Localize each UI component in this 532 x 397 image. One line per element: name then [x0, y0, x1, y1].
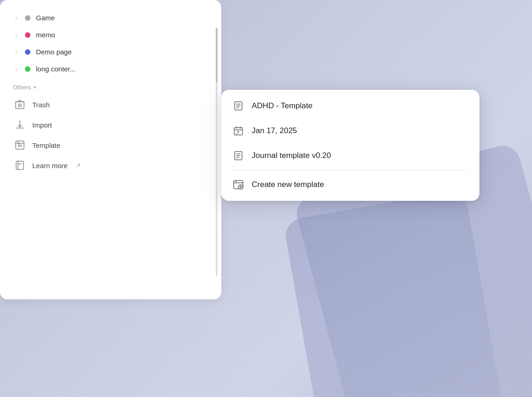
chevron-icon: › — [13, 66, 19, 72]
create-template-label: Create new template — [252, 180, 324, 189]
sidebar-item-label-long: long conter... — [36, 65, 76, 73]
section-others-label: Others — [13, 84, 31, 91]
chevron-icon: › — [13, 15, 19, 21]
external-link-icon: ↗ — [76, 162, 81, 169]
dot-game — [25, 15, 30, 21]
document-icon-2 — [232, 150, 244, 162]
sidebar-item-game[interactable]: › Game — [0, 9, 221, 26]
popup-item-create[interactable]: Create new template — [221, 172, 479, 197]
sidebar-item-learn-more[interactable]: Learn more ↗ — [0, 155, 221, 175]
sidebar-item-label-game: Game — [36, 14, 55, 22]
calendar-icon — [232, 125, 244, 137]
template-icon — [15, 140, 25, 150]
dot-demo — [25, 49, 30, 55]
sidebar: › Game › memo › Demo page › long conter.… — [0, 0, 221, 299]
dot-long — [25, 66, 30, 72]
sidebar-item-label-memo: memo — [36, 31, 55, 39]
sidebar-item-trash[interactable]: Trash — [0, 94, 221, 115]
popup-item-adhd[interactable]: ADHD - Template — [221, 93, 479, 118]
popup-item-date[interactable]: Jan 17, 2025 — [221, 118, 479, 143]
sidebar-item-template[interactable]: Template — [0, 135, 221, 155]
adhd-template-label: ADHD - Template — [252, 101, 313, 111]
popup-divider — [232, 170, 468, 170]
sidebar-item-label-demo: Demo page — [36, 48, 72, 56]
trash-label: Trash — [32, 101, 50, 109]
chevron-icon: › — [13, 32, 19, 38]
sidebar-item-long-content[interactable]: › long conter... — [0, 60, 221, 77]
import-label: Import — [32, 121, 52, 129]
document-icon — [232, 100, 244, 112]
create-template-icon — [232, 179, 244, 191]
scrollbar-thumb — [216, 28, 218, 83]
popup-item-journal[interactable]: Journal template v0.20 — [221, 143, 479, 168]
sidebar-item-import[interactable]: Import — [0, 115, 221, 135]
sidebar-item-demo[interactable]: › Demo page — [0, 43, 221, 60]
journal-template-label: Journal template v0.20 — [252, 151, 331, 160]
template-label: Template — [32, 141, 60, 149]
svg-rect-7 — [16, 161, 24, 169]
dot-memo — [25, 32, 30, 38]
scrollbar[interactable] — [216, 28, 218, 276]
section-others-header[interactable]: Others ▾ — [0, 77, 221, 94]
template-dropdown: ADHD - Template Jan 17, 2025 Journal tem — [221, 90, 479, 201]
trash-icon — [15, 99, 25, 110]
learn-more-label: Learn more — [32, 162, 68, 169]
date-label: Jan 17, 2025 — [252, 126, 297, 135]
import-icon — [15, 120, 25, 130]
sidebar-item-memo[interactable]: › memo — [0, 26, 221, 43]
chevron-icon: › — [13, 49, 19, 55]
others-arrow-icon: ▾ — [34, 85, 36, 90]
bookmark-icon — [15, 160, 25, 170]
